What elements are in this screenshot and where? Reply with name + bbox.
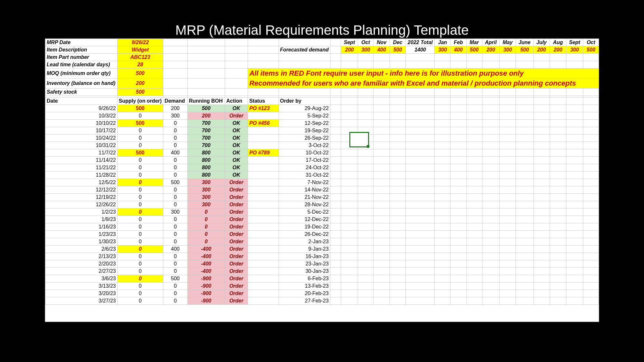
supply-cell[interactable]: 0: [117, 127, 163, 135]
forecast-cell[interactable]: 300: [566, 46, 583, 54]
forecast-cell[interactable]: 500: [466, 46, 482, 54]
status-cell[interactable]: [248, 268, 279, 275]
status-cell[interactable]: [248, 216, 279, 223]
date-cell[interactable]: 2/6/23: [45, 246, 118, 253]
supply-cell[interactable]: 0: [117, 275, 163, 283]
supply-cell[interactable]: 0: [117, 209, 163, 216]
demand-cell[interactable]: 0: [163, 127, 188, 135]
date-cell[interactable]: 10/24/22: [45, 135, 118, 142]
supply-cell[interactable]: 0: [117, 253, 163, 260]
date-cell[interactable]: 1/16/23: [45, 223, 118, 231]
status-cell[interactable]: [248, 209, 279, 216]
demand-cell[interactable]: 0: [163, 186, 188, 194]
selected-cell[interactable]: [349, 132, 369, 147]
supply-cell[interactable]: 0: [117, 216, 163, 223]
status-cell[interactable]: [248, 164, 279, 172]
date-cell[interactable]: 3/20/23: [45, 290, 118, 297]
date-cell[interactable]: 11/7/22: [45, 149, 118, 157]
date-cell[interactable]: 1/30/23: [45, 238, 118, 246]
demand-cell[interactable]: 0: [163, 194, 188, 201]
supply-cell[interactable]: 0: [117, 283, 163, 290]
demand-cell[interactable]: 0: [163, 201, 188, 209]
status-cell[interactable]: [248, 238, 279, 246]
forecast-cell[interactable]: 500: [516, 46, 533, 54]
forecast-cell[interactable]: 400: [374, 46, 390, 54]
forecast-cell[interactable]: 400: [450, 46, 466, 54]
supply-cell[interactable]: 0: [117, 142, 163, 149]
demand-cell[interactable]: 0: [163, 268, 188, 275]
status-cell[interactable]: PO #123: [248, 105, 279, 112]
supply-cell[interactable]: 0: [117, 112, 163, 120]
date-cell[interactable]: 2/27/23: [45, 268, 118, 275]
status-cell[interactable]: [248, 260, 279, 268]
forecast-cell[interactable]: 500: [583, 46, 599, 54]
date-cell[interactable]: 1/9/23: [45, 216, 118, 223]
demand-cell[interactable]: 0: [163, 283, 188, 290]
supply-cell[interactable]: 0: [117, 223, 163, 231]
date-cell[interactable]: 2/13/23: [45, 253, 118, 260]
demand-cell[interactable]: 0: [163, 216, 188, 223]
demand-cell[interactable]: 300: [163, 112, 188, 120]
forecast-cell[interactable]: 1400: [406, 46, 435, 54]
demand-cell[interactable]: 0: [163, 231, 188, 238]
forecast-cell[interactable]: 300: [499, 46, 516, 54]
date-cell[interactable]: 10/31/22: [45, 142, 118, 149]
supply-cell[interactable]: 0: [117, 179, 163, 186]
date-cell[interactable]: 12/5/22: [45, 179, 118, 186]
status-cell[interactable]: [248, 297, 279, 305]
supply-cell[interactable]: 500: [117, 149, 163, 157]
date-cell[interactable]: 11/21/22: [45, 164, 118, 172]
date-cell[interactable]: 10/10/22: [45, 120, 118, 127]
date-cell[interactable]: 12/12/22: [45, 186, 118, 194]
mrp-date-cell[interactable]: 9/26/22: [117, 39, 163, 46]
supply-cell[interactable]: 0: [117, 135, 163, 142]
supply-cell[interactable]: 0: [117, 201, 163, 209]
demand-cell[interactable]: 500: [163, 275, 188, 283]
date-cell[interactable]: 1/2/23: [45, 209, 118, 216]
demand-cell[interactable]: 0: [163, 164, 188, 172]
date-cell[interactable]: 12/19/22: [45, 194, 118, 201]
demand-cell[interactable]: 200: [163, 105, 188, 112]
spreadsheet[interactable]: MRP Date9/26/22SeptOctNovDec2022 TotalJa…: [45, 39, 599, 322]
param-value[interactable]: 500: [117, 88, 163, 96]
supply-cell[interactable]: 0: [117, 297, 163, 305]
supply-cell[interactable]: 0: [117, 157, 163, 164]
date-cell[interactable]: 9/26/22: [45, 105, 118, 112]
status-cell[interactable]: [248, 142, 279, 149]
supply-cell[interactable]: 500: [117, 105, 163, 112]
demand-cell[interactable]: 500: [163, 179, 188, 186]
forecast-cell[interactable]: 500: [390, 46, 406, 54]
status-cell[interactable]: [248, 275, 279, 283]
demand-cell[interactable]: 0: [163, 120, 188, 127]
supply-cell[interactable]: 0: [117, 290, 163, 297]
supply-cell[interactable]: 0: [117, 164, 163, 172]
status-cell[interactable]: [248, 179, 279, 186]
status-cell[interactable]: [248, 223, 279, 231]
demand-cell[interactable]: 0: [163, 223, 188, 231]
status-cell[interactable]: [248, 290, 279, 297]
forecast-cell[interactable]: 200: [550, 46, 566, 54]
demand-cell[interactable]: 300: [163, 209, 188, 216]
demand-cell[interactable]: 0: [163, 135, 188, 142]
status-cell[interactable]: [248, 246, 279, 253]
param-value[interactable]: ABC123: [117, 54, 163, 61]
supply-cell[interactable]: 0: [117, 231, 163, 238]
status-cell[interactable]: [248, 127, 279, 135]
status-cell[interactable]: [248, 135, 279, 142]
demand-cell[interactable]: 0: [163, 253, 188, 260]
param-value[interactable]: 200: [117, 79, 163, 88]
status-cell[interactable]: [248, 194, 279, 201]
demand-cell[interactable]: 0: [163, 290, 188, 297]
demand-cell[interactable]: 0: [163, 297, 188, 305]
status-cell[interactable]: [248, 112, 279, 120]
demand-cell[interactable]: 0: [163, 238, 188, 246]
date-cell[interactable]: 10/17/22: [45, 127, 118, 135]
status-cell[interactable]: [248, 283, 279, 290]
demand-cell[interactable]: 0: [163, 260, 188, 268]
status-cell[interactable]: [248, 157, 279, 164]
forecast-cell[interactable]: 300: [358, 46, 374, 54]
supply-cell[interactable]: 0: [117, 194, 163, 201]
supply-cell[interactable]: 0: [117, 260, 163, 268]
forecast-cell[interactable]: 200: [482, 46, 499, 54]
date-cell[interactable]: 1/23/23: [45, 231, 118, 238]
